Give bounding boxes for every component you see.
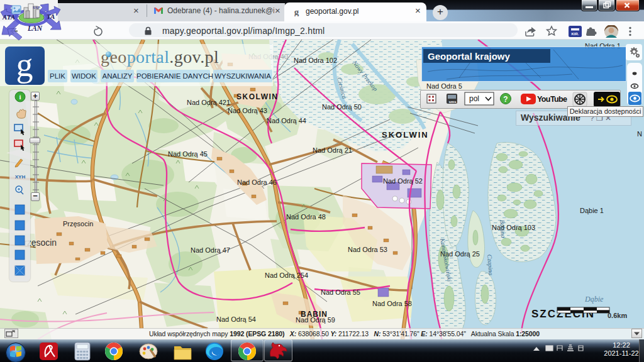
svg-text:Nad Odrą 54: Nad Odrą 54 — [216, 315, 256, 323]
svg-text:Nad Odrą 45: Nad Odrą 45 — [168, 150, 208, 158]
svg-text:XYH: XYH — [15, 174, 26, 180]
svg-text:ATA: ATA — [2, 13, 15, 21]
svg-text:SKOLWIN: SKOLWIN — [382, 130, 429, 140]
svg-text:KIR.: KIR. — [572, 32, 579, 36]
svg-text:Nad Odrą 103: Nad Odrą 103 — [492, 224, 535, 231]
svg-text:Nad Odra 58: Nad Odra 58 — [372, 300, 412, 307]
svg-text:TA: TA — [47, 13, 55, 20]
svg-text:pol: pol — [469, 94, 479, 103]
svg-text:i: i — [19, 93, 21, 101]
svg-text:?: ? — [503, 95, 508, 104]
svg-text:Nad Odrą 50: Nad Odrą 50 — [322, 103, 362, 111]
svg-text:BABIN: BABIN — [301, 310, 328, 319]
svg-text:Nad Odra 46: Nad Odra 46 — [237, 178, 277, 186]
svg-text:Nad Odra 48: Nad Odra 48 — [286, 213, 326, 221]
svg-text:Nad Odra 53: Nad Odra 53 — [348, 246, 387, 253]
svg-text:g: g — [294, 7, 299, 16]
svg-text:Nad Odrą 21: Nad Odrą 21 — [313, 146, 352, 154]
svg-text:Nad Odrą 43: Nad Odrą 43 — [228, 107, 267, 114]
svg-text:Nad Odra 102: Nad Odra 102 — [294, 57, 337, 64]
svg-text:Nad Odrą 254: Nad Odrą 254 — [265, 272, 308, 279]
svg-text:Przęsocin: Przęsocin — [63, 220, 93, 228]
svg-text:Nad Odrą 44: Nad Odrą 44 — [267, 117, 306, 124]
svg-text:Dąbie: Dąbie — [584, 295, 604, 304]
svg-text:Nad Odrą 52: Nad Odrą 52 — [383, 177, 423, 185]
svg-text:SAP: SAP — [33, 6, 40, 9]
svg-text:Nad Odra 5: Nad Odra 5 — [426, 82, 462, 90]
svg-text:Czapina: Czapina — [486, 254, 494, 275]
svg-text:LAN: LAN — [27, 25, 43, 32]
svg-text:Nad Odrą 421: Nad Odrą 421 — [187, 99, 230, 106]
svg-text:Nad Odra 55: Nad Odra 55 — [321, 288, 360, 296]
svg-text:Nad Odrą 47: Nad Odrą 47 — [191, 246, 230, 254]
svg-text:Babina: Babina — [499, 219, 507, 238]
svg-text:0.6km: 0.6km — [608, 312, 627, 319]
svg-text:YouTube: YouTube — [537, 95, 567, 104]
svg-text:N: N — [637, 130, 642, 138]
svg-text:sms: sms — [448, 100, 457, 104]
svg-text:Dąbie 1: Dąbie 1 — [580, 207, 604, 214]
svg-text:SKOLWIN: SKOLWIN — [236, 92, 279, 101]
